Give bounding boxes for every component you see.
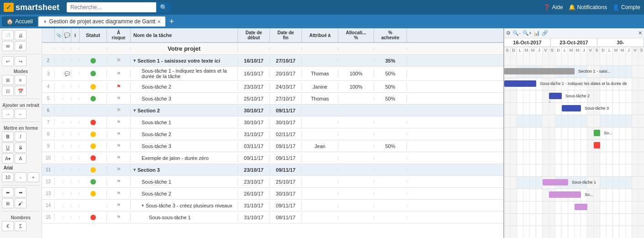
sigma-button[interactable]: Σ [15, 221, 26, 231]
indent-button[interactable]: → [2, 109, 14, 119]
table-row[interactable]: 6⚑▾Section 230/10/1709/11/17 [42, 105, 503, 116]
font-increase-button[interactable]: + [27, 172, 39, 182]
notifications-link[interactable]: 🔔 Notifications [569, 4, 607, 11]
table-row[interactable]: 7⚑Sous-tâche 130/10/1730/10/17 [42, 116, 503, 128]
col-header-attrib[interactable]: Attribué à [302, 28, 338, 42]
section-toggle[interactable]: ▾ [133, 58, 136, 63]
col-header-risque[interactable]: Àrisque [107, 28, 131, 42]
gantt-bar[interactable]: So... [594, 130, 600, 136]
gantt-bar[interactable]: Sous-tâche 1 [543, 179, 568, 185]
gantt-cell [613, 66, 619, 78]
calendar-mode-button[interactable]: 📅 [15, 86, 26, 96]
cell-attach [55, 169, 63, 171]
gantt-cell [581, 152, 587, 164]
font-decrease-button[interactable]: - [15, 172, 26, 182]
gantt-cell [562, 115, 568, 127]
search-input[interactable] [67, 2, 158, 12]
redo-button[interactable]: ↪ [15, 56, 26, 66]
align-right-button[interactable]: ➡ [15, 187, 26, 197]
gantt-cell [568, 53, 575, 65]
cell-pct: 35% [374, 57, 407, 65]
gantt-bar[interactable]: Sous-tâche 1 - indiquez les dates et la … [504, 80, 536, 87]
col-header-alloc[interactable]: Allocati...% [338, 28, 374, 42]
gantt-cell [511, 115, 517, 127]
gantt-bar[interactable]: Sous-tâche 2 [549, 93, 562, 99]
outdent-button[interactable]: ← [15, 109, 26, 119]
cell-debut: 09/11/17 [238, 154, 270, 162]
table-row[interactable]: 4⚑Sous-tâche 223/10/1724/10/17Janine100%… [42, 81, 503, 93]
table-row[interactable]: 14⚑▾Sous-tâche 3 - créez plusieurs nivea… [42, 200, 503, 212]
add-tab-button[interactable]: + [166, 17, 177, 26]
gantt-zoom-in-button[interactable]: 🔍+ [523, 30, 532, 36]
gantt-bar[interactable] [594, 142, 600, 148]
table-row[interactable]: 11⚑▾Section 323/10/1709/11/17 [42, 164, 503, 176]
gantt-chart-button[interactable]: 📊 [533, 30, 540, 36]
grid-mode-button[interactable]: ⊞ [2, 75, 14, 85]
gantt-cell [511, 53, 517, 65]
currency-button[interactable]: € [2, 221, 14, 231]
cell-flag: ⚑ [107, 56, 131, 65]
section-toggle[interactable]: ▾ [133, 108, 136, 113]
section-toggle[interactable]: ▾ [142, 203, 144, 208]
gantt-bar[interactable] [575, 204, 587, 210]
table-row[interactable]: 3💬⚑Sous-tâche 1 - indiquez les dates et … [42, 67, 503, 81]
gantt-zoom-out-button[interactable]: 🔍- [512, 30, 521, 36]
help-link[interactable]: ❓ Aide [544, 4, 563, 11]
search-button[interactable]: 🔍 [156, 2, 171, 13]
italic-button[interactable]: I [15, 132, 26, 142]
brush-button[interactable]: 🖌 [15, 198, 26, 208]
gantt-cell [626, 90, 632, 102]
table-row[interactable]: Votre projet [42, 43, 503, 55]
col-header-fin[interactable]: Date defin [270, 28, 302, 42]
col-header-debut[interactable]: Date dedébut [238, 28, 270, 42]
gantt-cell [562, 226, 568, 238]
account-link[interactable]: 👤 Compte [612, 4, 640, 11]
gantt-bar[interactable]: So... [549, 191, 581, 198]
col-header-pct[interactable]: %achevée [374, 28, 407, 42]
cell-statut [79, 69, 107, 78]
gantt-link-button[interactable]: 🔗 [542, 30, 548, 36]
table-row[interactable]: 2⚑▾Section 1 - saisissez votre texte ici… [42, 55, 503, 67]
col-header-task[interactable]: Nom de la tâche [131, 28, 238, 42]
table-row[interactable]: 12⚑Sous-tâche 123/10/1725/10/17 [42, 176, 503, 188]
table-row[interactable]: 15⚑Sous-sous-tâche 131/10/1708/11/17 [42, 212, 503, 223]
table-row[interactable]: 8⚑Sous-tâche 231/10/1702/11/17 [42, 128, 503, 140]
gantt-cell [607, 189, 613, 201]
undo-button[interactable]: ↩ [2, 56, 14, 66]
sheet-tab[interactable]: ▼ Gestion de projet avec diagramme de Ga… [38, 16, 166, 26]
gantt-cell [511, 103, 517, 115]
gantt-mode-button[interactable]: ≡ [15, 75, 26, 85]
print-button[interactable]: 🖨 [15, 30, 26, 40]
strikethrough-button[interactable]: S [15, 143, 26, 153]
gantt-bar[interactable]: Section 1 - saisi... [504, 68, 575, 74]
cell-alloc [338, 97, 374, 100]
align-left-button[interactable]: ⬅ [2, 187, 14, 197]
main-layout: 📄 🖨 ✉ 🖨 ↩ ↪ Modes ⊞ ≡ ⊡ 📅 Ajouter un ret… [0, 28, 644, 238]
cell-info [71, 48, 79, 50]
table-row[interactable]: 13⚑Sous-tâche 226/10/1730/10/17 [42, 188, 503, 200]
bold-button[interactable]: B [2, 132, 14, 142]
new-doc-button[interactable]: 📄 [2, 30, 14, 40]
gantt-cell [581, 115, 587, 127]
gantt-cell [530, 140, 536, 152]
gantt-bar[interactable]: Sous-tâche 3 [562, 105, 581, 111]
gantt-settings-row: ⚙ 🔍- 🔍+ 📊 🔗 ✕ [504, 28, 644, 38]
table-row[interactable]: 9⚑Sous-tâche 303/11/1709/11/17Jean50% [42, 140, 503, 152]
print2-button[interactable]: 🖨 [15, 41, 26, 51]
table-button[interactable]: ⊞ [2, 198, 14, 208]
color-picker-button[interactable]: A▾ [2, 153, 14, 164]
font-color-button[interactable]: A [15, 153, 26, 164]
table-row[interactable]: 10⚑Exemple de jalon - durée zéro09/11/17… [42, 152, 503, 164]
col-header-statut[interactable]: Statut [79, 28, 107, 42]
gantt-settings-button[interactable]: ⚙ [506, 30, 511, 36]
table-row[interactable]: 5⚑Sous-tâche 325/10/1727/10/17Thomas50% [42, 93, 503, 105]
gantt-day-header: D [555, 47, 562, 53]
underline-button[interactable]: U [2, 143, 14, 153]
card-mode-button[interactable]: ⊡ [2, 86, 14, 96]
section-toggle[interactable]: ▾ [133, 167, 136, 172]
send-button[interactable]: ✉ [2, 41, 14, 51]
close-tab-button[interactable]: ✕ [157, 19, 161, 24]
home-tab[interactable]: 🏠 Accueil [2, 16, 37, 26]
gantt-close-button[interactable]: ✕ [638, 30, 642, 36]
gantt-cell [639, 226, 644, 238]
